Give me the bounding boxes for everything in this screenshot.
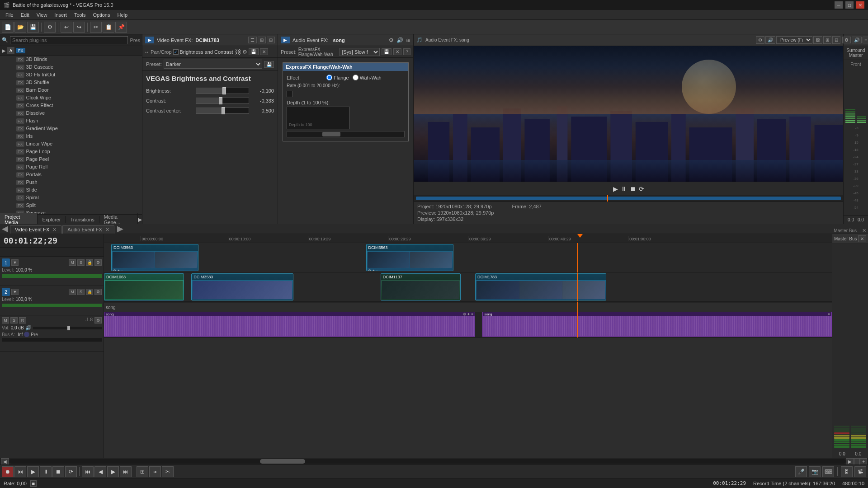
cut-button[interactable]: ✂ <box>90 22 102 33</box>
timeline-right-arrow[interactable]: ▶ <box>117 224 123 234</box>
clip-dcim1783[interactable]: DCIM1783 <box>475 273 606 300</box>
vfx-grid-btn-3[interactable]: ⊟ <box>267 37 275 43</box>
plugin-spiral[interactable]: FXSpiral <box>0 194 142 202</box>
undo-button[interactable]: ↩ <box>61 22 72 33</box>
preview-vol-btn[interactable]: 🔊 <box>765 36 775 44</box>
new-button[interactable]: 📄 <box>2 22 14 33</box>
audio-vol-slider[interactable] <box>33 327 102 329</box>
contrast-slider[interactable] <box>196 98 249 104</box>
prev-marker-btn[interactable]: ⏮ <box>82 466 94 477</box>
plugin-3d-blinds[interactable]: FX3D Blinds <box>0 56 142 63</box>
preview-more-btn[interactable]: ⊟ <box>832 36 840 44</box>
afx-help-btn[interactable]: ? <box>403 48 410 55</box>
track-2-lock[interactable]: 🔒 <box>86 289 93 295</box>
scroll-right-btn[interactable]: ▶ <box>846 458 854 465</box>
plugin-clock-wipe[interactable]: FXClock Wipe <box>0 94 142 102</box>
tab-transitions[interactable]: Transitions <box>66 216 99 223</box>
settings-button[interactable]: ⚙ <box>44 22 56 33</box>
save-button[interactable]: 💾 <box>27 22 39 33</box>
plugin-3d-flyinout[interactable]: FX3D Fly In/Out <box>0 71 142 79</box>
wahwah-option[interactable]: Wah-Wah <box>353 75 382 80</box>
preset-save-btn[interactable]: 💾 <box>264 61 274 68</box>
cam-btn[interactable]: 📷 <box>809 466 821 477</box>
plugin-push[interactable]: FXPush <box>0 178 142 186</box>
media-btn[interactable]: 📽 <box>854 466 866 477</box>
record-btn[interactable]: ⏺ <box>2 466 14 477</box>
plugin-iris[interactable]: FXIris <box>0 132 142 140</box>
mic-btn[interactable]: 🎤 <box>795 466 807 477</box>
afx-settings-btn[interactable]: ⚙ <box>389 37 394 43</box>
afx-vol-btn[interactable]: 🔊 <box>396 37 403 43</box>
track-2-settings[interactable]: ⚙ <box>94 289 102 295</box>
tab-audio-event-fx[interactable]: Audio Event FX ✕ <box>62 225 114 234</box>
surround-settings-btn[interactable]: ⚙ <box>842 37 851 43</box>
preview-size-select[interactable]: Preview (Full) Preview (Half) <box>776 36 812 44</box>
plugin-page-peel[interactable]: FXPage Peel <box>0 155 142 163</box>
open-button[interactable]: 📂 <box>14 22 26 33</box>
all-plugins-toggle[interactable]: ▶ <box>2 48 5 54</box>
prev-frame-btn[interactable]: ◀ <box>94 466 106 477</box>
plugin-portals[interactable]: FXPortals <box>0 171 142 178</box>
zoom-out-btn[interactable]: - <box>854 458 860 465</box>
preview-loop-btn[interactable]: ⟳ <box>639 185 644 192</box>
track-2-level-bar[interactable] <box>2 304 102 307</box>
clip-dcim1063[interactable]: DCIM1063 <box>104 273 184 300</box>
plugin-linear-wipe[interactable]: FXLinear Wipe <box>0 140 142 148</box>
minimize-button[interactable]: ─ <box>835 1 843 9</box>
maximize-button[interactable]: □ <box>845 1 854 9</box>
menu-view[interactable]: View <box>33 11 51 19</box>
clip-dcim3563-2[interactable]: DCIM3563 ⚙ ✦ ≡ <box>366 244 453 271</box>
mixer-btn[interactable]: 🎛 <box>841 466 853 477</box>
track-2-expand[interactable]: ▼ <box>11 289 19 295</box>
h-scrollbar[interactable]: ◀ ▶ - + <box>0 458 868 465</box>
plugin-slide[interactable]: FXSlide <box>0 186 142 194</box>
vfx-brightness-checkbox[interactable] <box>173 49 179 55</box>
close-button[interactable]: ✕ <box>856 1 864 9</box>
track-1-solo[interactable]: S <box>77 259 85 266</box>
scroll-track[interactable] <box>9 459 846 464</box>
vfx-save-btn[interactable]: 💾 <box>249 48 259 55</box>
clip-dcim3583[interactable]: DCIM3583 <box>191 273 293 300</box>
stop-btn[interactable]: ⏹ <box>52 466 64 477</box>
plugin-barn-door[interactable]: FXBarn Door <box>0 86 142 94</box>
redo-button[interactable]: ↪ <box>73 22 85 33</box>
audio-track-mute-btn[interactable]: M <box>2 317 9 324</box>
audio-track-solo-btn[interactable]: S <box>10 317 18 324</box>
preview-settings-btn[interactable]: ⚙ <box>756 36 764 44</box>
vfx-chain-btn[interactable]: ⛓ <box>235 48 241 56</box>
scroll-thumb[interactable] <box>260 459 305 464</box>
tab-video-event-fx[interactable]: Video Event FX ✕ <box>10 225 61 234</box>
play-from-start-btn[interactable]: ⏮ <box>14 466 26 477</box>
vfx-grid-btn-2[interactable]: ⊞ <box>258 37 266 43</box>
plugin-3d-shuffle[interactable]: FX3D Shuffle <box>0 79 142 86</box>
brightness-slider[interactable] <box>196 88 249 94</box>
plugin-3d-cascade[interactable]: FX3D Cascade <box>0 63 142 71</box>
afx-preset-select[interactable]: [Sys] Slow f Default <box>340 48 380 56</box>
preview-play-btn[interactable]: ▶ <box>613 185 618 192</box>
plugin-flash[interactable]: FXFlash <box>0 117 142 125</box>
preset-select[interactable]: Darker Brighter Default <box>164 60 262 69</box>
plugin-split[interactable]: FXSplit <box>0 202 142 209</box>
audio-track-settings[interactable]: ⚙ <box>94 317 102 324</box>
menu-help[interactable]: Help <box>113 11 131 19</box>
contrast-center-slider[interactable] <box>196 108 249 114</box>
track-1-level-bar[interactable] <box>2 274 102 278</box>
tab-add-button[interactable]: ▶ <box>138 216 142 223</box>
flange-option[interactable]: Flange <box>326 75 349 80</box>
vfx-tab-close[interactable]: ✕ <box>52 227 57 232</box>
contrast-handle[interactable] <box>219 97 222 104</box>
audio-clip-1[interactable]: song ⚙ ✦ ≡ <box>104 312 475 337</box>
keyboard-btn[interactable]: ⌨ <box>822 466 834 477</box>
expressfx-scroll-thumb[interactable] <box>322 132 340 136</box>
track-2-mute[interactable]: M <box>69 289 76 295</box>
plugin-cross-effect[interactable]: FXCross Effect <box>0 102 142 109</box>
afx-tab-close[interactable]: ✕ <box>105 227 109 232</box>
search-input[interactable] <box>10 36 128 44</box>
plugin-page-roll[interactable]: FXPage Roll <box>0 163 142 171</box>
menu-insert[interactable]: Insert <box>51 11 71 19</box>
copy-button[interactable]: 📋 <box>103 22 114 33</box>
menu-options[interactable]: Options <box>90 11 114 19</box>
menu-tools[interactable]: Tools <box>71 11 90 19</box>
preview-stop-btn[interactable]: ⏹ <box>630 185 636 192</box>
timeline-left-arrow[interactable]: ◀ <box>2 224 8 234</box>
